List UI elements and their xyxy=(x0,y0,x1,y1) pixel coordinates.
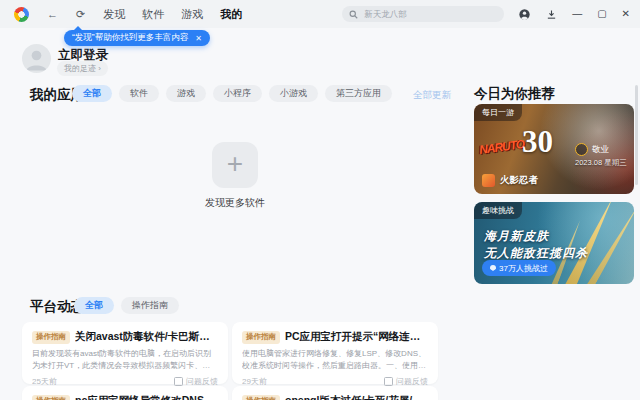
calendar-date: 2023.08 星期三 xyxy=(575,158,627,168)
news-card[interactable]: 操作指南 关闭avast防毒软件/卡巴斯基减少卡顿现象 目前发现装有avast防… xyxy=(22,322,228,384)
challenge-card[interactable]: 趣味挑战 海月新皮肤 无人能敌狂揽四杀 37万人挑战过 xyxy=(474,202,634,284)
tab-software[interactable]: 软件 xyxy=(142,7,164,22)
tooltip-text: “发现”帮助你找到更多丰富内容 xyxy=(72,32,188,44)
refresh-icon[interactable]: ⟳ xyxy=(76,9,85,20)
minimize-icon[interactable]: — xyxy=(572,9,582,19)
profile-sub-link[interactable]: 我的足迹 › xyxy=(57,61,108,76)
add-software-button[interactable]: + xyxy=(212,142,258,188)
tab-discover[interactable]: 发现 xyxy=(103,7,125,22)
update-all-link[interactable]: 全部更新 xyxy=(413,89,451,102)
user-icon[interactable] xyxy=(518,8,531,21)
filter-games[interactable]: 游戏 xyxy=(166,85,206,102)
news-card-head: 操作指南 opengl版本过低/卡死/花屏/闪退，升级显卡驱动… xyxy=(242,394,428,400)
news-filter-all[interactable]: 全部 xyxy=(74,297,114,314)
plus-icon: + xyxy=(227,150,243,178)
search-box[interactable] xyxy=(342,6,504,22)
participants-icon xyxy=(490,265,496,271)
news-card-head: 操作指南 关闭avast防毒软件/卡巴斯基减少卡顿现象 xyxy=(32,330,218,344)
news-card-head: 操作指南 PC应用宝打开提示“网络连接错误” xyxy=(242,330,428,344)
tab-games[interactable]: 游戏 xyxy=(181,7,203,22)
recommend-title: 今日为你推荐 xyxy=(474,85,555,103)
nav-tabs: 发现 软件 游戏 我的 xyxy=(103,7,242,22)
news-filters: 全部 操作指南 xyxy=(74,297,179,314)
search-icon xyxy=(349,10,358,19)
news-tag: 操作指南 xyxy=(32,395,70,400)
filter-all[interactable]: 全部 xyxy=(72,85,112,102)
news-title-text[interactable]: PC应用宝打开提示“网络连接错误” xyxy=(285,330,428,344)
news-title-text[interactable]: pc应用宝网络异常修改DNS教程 xyxy=(75,394,218,400)
feedback-icon xyxy=(384,377,393,386)
maximize-icon[interactable]: ▢ xyxy=(597,9,606,19)
daily-game-badge: 每日一游 xyxy=(474,104,522,121)
filter-thirdparty[interactable]: 第三方应用 xyxy=(325,85,392,102)
app-logo-icon[interactable] xyxy=(14,7,29,22)
feedback-icon xyxy=(174,377,183,386)
news-title-text[interactable]: opengl版本过低/卡死/花屏/闪退，升级显卡驱动… xyxy=(285,394,428,400)
add-software-label: 发现更多软件 xyxy=(172,196,298,210)
participants-pill[interactable]: 37万人挑战过 xyxy=(482,260,556,276)
daily-game-card[interactable]: 每日一游 NARUTO 30 敬业 2023.08 星期三 火影忍者 xyxy=(474,104,634,194)
avatar[interactable] xyxy=(22,44,51,73)
game-name-row: 火影忍者 xyxy=(482,174,538,187)
news-tag: 操作指南 xyxy=(242,395,280,400)
daily-word-row: 敬业 xyxy=(575,143,609,156)
news-body: 目前发现装有avast防毒软件的电脑，在启动后识别为未打开VT，此类情况会导致模… xyxy=(32,348,218,372)
avatar-person-icon xyxy=(22,44,51,73)
news-card[interactable]: 操作指南 opengl版本过低/卡死/花屏/闪退，升级显卡驱动… xyxy=(232,386,438,400)
news-tag: 操作指南 xyxy=(32,331,70,344)
daily-word: 敬业 xyxy=(592,144,609,156)
participants-count: 37万人挑战过 xyxy=(499,263,548,274)
word-seal-icon xyxy=(575,143,588,156)
filter-miniprograms[interactable]: 小程序 xyxy=(213,85,262,102)
game-app-icon xyxy=(482,174,495,187)
news-card-head: 操作指南 pc应用宝网络异常修改DNS教程 xyxy=(32,394,218,400)
calendar-day: 30 xyxy=(522,124,553,160)
challenge-headline: 海月新皮肤 无人能敌狂揽四杀 xyxy=(484,228,588,263)
challenge-line1: 海月新皮肤 xyxy=(484,228,588,245)
back-icon[interactable]: ← xyxy=(47,9,58,20)
news-tag: 操作指南 xyxy=(242,331,280,344)
news-title-text[interactable]: 关闭avast防毒软件/卡巴斯基减少卡顿现象 xyxy=(75,330,218,344)
filter-minigames[interactable]: 小游戏 xyxy=(269,85,318,102)
discover-tooltip: “发现”帮助你找到更多丰富内容 ✕ xyxy=(64,30,210,46)
game-logo-text: NARUTO xyxy=(478,137,525,157)
app-window: ← ⟳ 发现 软件 游戏 我的 — ▢ ✕ “发现”帮助你找到更多丰富内容 ✕ xyxy=(0,0,640,400)
search-input[interactable] xyxy=(362,8,497,20)
news-body: 使用电脑管家进行网络修复、修复LSP、修改DNS、校准系统时间等操作，然后重启路… xyxy=(242,348,428,372)
my-apps-filters: 全部 软件 游戏 小程序 小游戏 第三方应用 xyxy=(72,85,392,102)
scrollbar[interactable] xyxy=(635,85,638,185)
titlebar: ← ⟳ 发现 软件 游戏 我的 — ▢ ✕ xyxy=(0,0,640,28)
tooltip-close-icon[interactable]: ✕ xyxy=(195,34,202,43)
news-filter-guide[interactable]: 操作指南 xyxy=(121,297,179,314)
tab-mine[interactable]: 我的 xyxy=(220,7,242,22)
download-icon[interactable] xyxy=(546,9,557,20)
news-card[interactable]: 操作指南 PC应用宝打开提示“网络连接错误” 使用电脑管家进行网络修复、修复LS… xyxy=(232,322,438,384)
titlebar-icons: — ▢ ✕ xyxy=(518,8,630,21)
close-icon[interactable]: ✕ xyxy=(622,9,630,19)
game-name: 火影忍者 xyxy=(500,174,538,187)
challenge-badge: 趣味挑战 xyxy=(474,202,522,219)
news-card[interactable]: 操作指南 pc应用宝网络异常修改DNS教程 xyxy=(22,386,228,400)
filter-software[interactable]: 软件 xyxy=(119,85,159,102)
